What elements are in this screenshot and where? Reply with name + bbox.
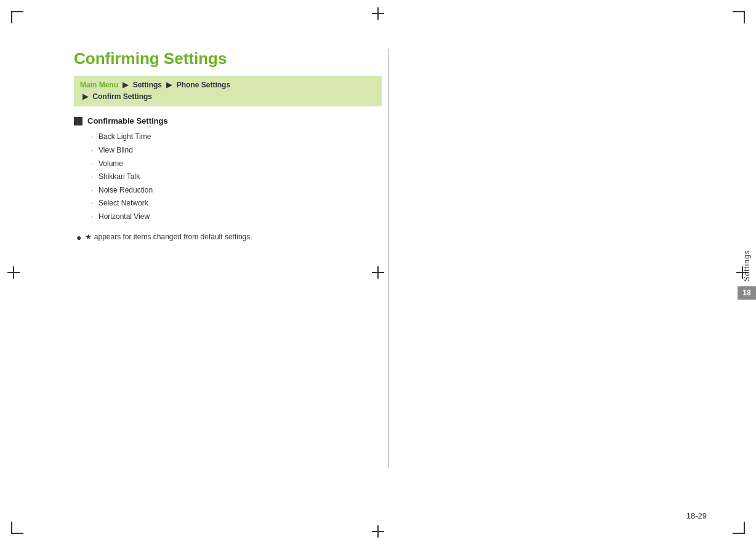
breadcrumb-bar: Main Menu ▶ Settings ▶ Phone Settings ▶ … xyxy=(74,76,382,106)
center-cross-center xyxy=(372,266,384,279)
breadcrumb-sep3: ▶ xyxy=(82,92,88,101)
note-line: ● ★ appears for items changed from defau… xyxy=(74,233,382,242)
section-square-icon xyxy=(74,117,82,125)
list-item: Back Light Time xyxy=(91,130,382,144)
side-tab-label: Settings xyxy=(740,245,754,286)
corner-mark-br xyxy=(726,515,745,534)
breadcrumb-sep1: ▶ xyxy=(123,81,128,89)
settings-list: Back Light Time View Blind Volume Shikka… xyxy=(74,130,382,223)
center-cross-bottom xyxy=(372,525,384,538)
main-content: Confirming Settings Main Menu ▶ Settings… xyxy=(74,49,382,242)
corner-mark-tr xyxy=(726,11,745,30)
breadcrumb-sep2: ▶ xyxy=(166,81,172,89)
center-cross-left xyxy=(7,266,20,279)
breadcrumb-item2: Phone Settings xyxy=(177,81,230,89)
corner-mark-tl xyxy=(11,11,30,30)
list-item: Volume xyxy=(91,157,382,171)
page-number: 18-29 xyxy=(686,511,707,520)
section-heading: Confirmable Settings xyxy=(87,116,168,125)
center-cross-top xyxy=(372,7,384,20)
side-tab: Settings 18 xyxy=(738,245,756,300)
section-header: Confirmable Settings xyxy=(74,116,382,125)
list-item: Shikkari Talk xyxy=(91,170,382,184)
note-bullet-icon: ● xyxy=(76,233,81,242)
list-item: Horizontal View xyxy=(91,210,382,224)
vertical-divider xyxy=(388,49,389,467)
list-item: View Blind xyxy=(91,144,382,157)
breadcrumb-item1: Settings xyxy=(133,81,162,89)
breadcrumb-item3: Confirm Settings xyxy=(92,92,152,101)
side-tab-number: 18 xyxy=(738,287,756,300)
corner-mark-bl xyxy=(11,515,30,534)
note-text: ★ appears for items changed from default… xyxy=(85,233,252,241)
list-item: Noise Reduction xyxy=(91,184,382,197)
breadcrumb-main-menu: Main Menu xyxy=(80,81,118,89)
page-title: Confirming Settings xyxy=(74,49,382,68)
list-item: Select Network xyxy=(91,197,382,210)
